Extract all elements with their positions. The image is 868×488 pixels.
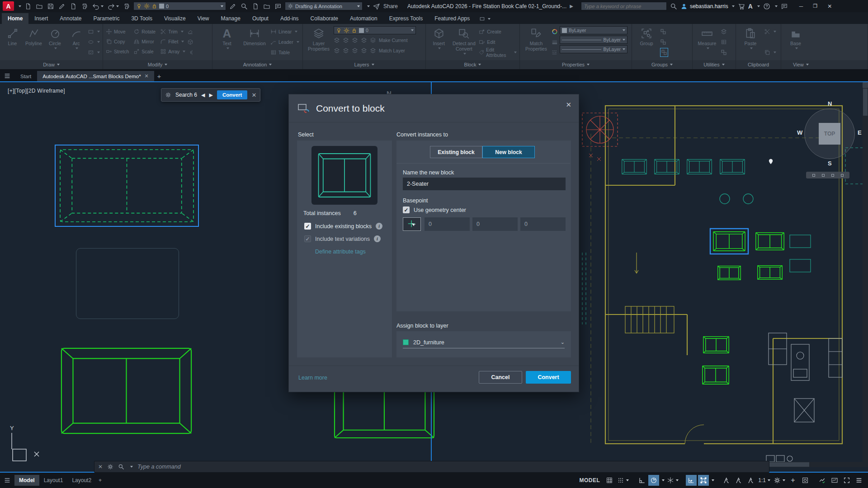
- match-layer-label[interactable]: Match Layer: [379, 48, 405, 53]
- new-layout-button[interactable]: +: [99, 477, 102, 483]
- share-icon[interactable]: [373, 3, 380, 10]
- learn-more-link[interactable]: Learn more: [298, 375, 327, 381]
- qat-customize-caret-icon[interactable]: [367, 5, 370, 7]
- command-line[interactable]: ✕ Type a command: [94, 461, 769, 473]
- help-search-box[interactable]: [581, 2, 667, 10]
- tab-annotate[interactable]: Annotate: [54, 13, 87, 24]
- tab-view[interactable]: View: [192, 13, 215, 24]
- scale-value[interactable]: 1:1: [757, 475, 771, 486]
- paste-button[interactable]: Paste: [739, 26, 762, 49]
- tab-featured-apps[interactable]: Featured Apps: [429, 13, 476, 24]
- fillet-button[interactable]: Fillet: [160, 37, 185, 46]
- close-button[interactable]: ✕: [827, 3, 832, 9]
- vertical-scrollbar[interactable]: [863, 82, 868, 465]
- hatch-button[interactable]: [88, 48, 100, 57]
- panel-label-block[interactable]: Block: [426, 60, 519, 69]
- compass-w[interactable]: W: [797, 129, 802, 136]
- lineweight-icon[interactable]: [552, 38, 558, 47]
- layer-isolate-icon[interactable]: [343, 37, 349, 43]
- workspace-combo[interactable]: Drafting & Annotation: [285, 2, 363, 10]
- copy-button[interactable]: Copy: [106, 37, 129, 46]
- command-search-icon[interactable]: [118, 464, 124, 470]
- layer-state-icon[interactable]: [229, 3, 236, 10]
- graphics-performance-toggle[interactable]: [817, 475, 828, 486]
- minimize-button[interactable]: ─: [799, 3, 803, 9]
- layer-freeze-icon[interactable]: [352, 37, 358, 43]
- tab-express-tools[interactable]: Express Tools: [383, 13, 429, 24]
- include-text-label[interactable]: Include text variations: [315, 236, 370, 242]
- toolbar-close-icon[interactable]: ✕: [251, 92, 256, 99]
- polyline-button[interactable]: Polyline: [24, 26, 43, 46]
- isodraft-toggle[interactable]: [666, 475, 679, 486]
- export-icon[interactable]: [70, 3, 77, 10]
- layout1-tab[interactable]: Layout1: [39, 475, 68, 486]
- tab-insert[interactable]: Insert: [28, 13, 54, 24]
- array-button[interactable]: Array: [160, 47, 185, 56]
- command-input[interactable]: Type a command: [137, 464, 181, 470]
- autocad-logo[interactable]: A: [3, 1, 14, 11]
- quick-select-icon[interactable]: [721, 27, 727, 36]
- dimension-button[interactable]: Dimension: [241, 26, 269, 46]
- tab-visualize[interactable]: Visualize: [158, 13, 192, 24]
- undo-icon[interactable]: [92, 3, 104, 10]
- panel-label-groups[interactable]: Groups: [632, 60, 692, 69]
- help-search-input[interactable]: [584, 4, 664, 9]
- green-blocks[interactable]: [703, 229, 784, 384]
- tab-add-ins[interactable]: Add-ins: [274, 13, 305, 24]
- markup-icon[interactable]: [274, 3, 282, 10]
- batch-plot-icon[interactable]: [123, 3, 130, 10]
- dialog-close-icon[interactable]: ✕: [566, 101, 571, 109]
- panel-label-view[interactable]: View: [781, 60, 868, 69]
- app-menu-caret-icon[interactable]: [19, 5, 21, 7]
- viewcube-top-face[interactable]: TOP: [819, 123, 840, 145]
- model-tab[interactable]: Model: [14, 475, 39, 486]
- arc-button[interactable]: Arc: [66, 26, 86, 49]
- dialog-title-bar[interactable]: Convert to block: [289, 94, 579, 122]
- panel-label-utilities[interactable]: Utilities: [693, 60, 736, 69]
- line-button[interactable]: Line: [3, 26, 22, 46]
- use-geometry-center-checkbox[interactable]: ✓: [403, 206, 410, 213]
- stretch-button[interactable]: Stretch: [106, 47, 129, 56]
- panel-label-layers[interactable]: Layers: [303, 60, 425, 69]
- insert-block-button[interactable]: Insert: [429, 26, 449, 49]
- include-existing-info-icon[interactable]: i: [376, 223, 382, 230]
- make-current-icon[interactable]: [370, 37, 376, 43]
- unselected-rectangle[interactable]: [76, 248, 179, 319]
- annotation-scale-button[interactable]: [745, 475, 756, 486]
- layout2-tab[interactable]: Layout2: [67, 475, 96, 486]
- id-point-icon[interactable]: [721, 48, 727, 57]
- match-layer-icon[interactable]: [370, 47, 376, 54]
- pick-basepoint-button[interactable]: [403, 217, 421, 231]
- panel-label-modify[interactable]: Modify: [103, 60, 212, 69]
- include-existing-checkbox[interactable]: ✓: [304, 223, 311, 230]
- green-sofa-drawing[interactable]: [60, 347, 193, 435]
- autodesk-a-icon[interactable]: A: [748, 3, 753, 10]
- annotation-autoscale-toggle[interactable]: [733, 475, 744, 486]
- cancel-button[interactable]: Cancel: [479, 371, 522, 384]
- lineweight-combo[interactable]: ByLayer: [560, 36, 627, 44]
- save-as-icon[interactable]: [58, 3, 66, 10]
- isolate-objects-toggle[interactable]: [800, 475, 811, 486]
- tab-3d-tools[interactable]: 3D Tools: [125, 13, 158, 24]
- erase-button[interactable]: [187, 27, 193, 36]
- plot-icon[interactable]: [81, 3, 88, 10]
- hardware-acceleration-toggle[interactable]: [829, 475, 840, 486]
- tab-start[interactable]: Start: [15, 71, 37, 81]
- annotation-visibility-toggle[interactable]: [721, 475, 731, 486]
- basepoint-x-input[interactable]: [425, 217, 470, 231]
- color-wheel-icon[interactable]: [552, 27, 558, 36]
- feedback-icon[interactable]: [781, 3, 788, 10]
- linear-button[interactable]: Linear: [270, 27, 299, 36]
- model-space-badge[interactable]: MODEL: [579, 477, 600, 483]
- base-button[interactable]: Base: [784, 26, 807, 49]
- tab-home[interactable]: Home: [2, 13, 28, 24]
- rectangle-button[interactable]: [88, 27, 100, 36]
- basepoint-y-input[interactable]: [472, 217, 518, 231]
- leader-button[interactable]: Leader: [270, 38, 299, 47]
- grid-toggle[interactable]: [604, 475, 615, 486]
- tab-parametric[interactable]: Parametric: [87, 13, 125, 24]
- define-attribute-tags-link[interactable]: Define attribute tags: [315, 249, 366, 255]
- copy-clip-icon[interactable]: [764, 48, 776, 57]
- ribbon-display-toggle[interactable]: [479, 16, 491, 24]
- ungroup-icon[interactable]: [660, 27, 668, 36]
